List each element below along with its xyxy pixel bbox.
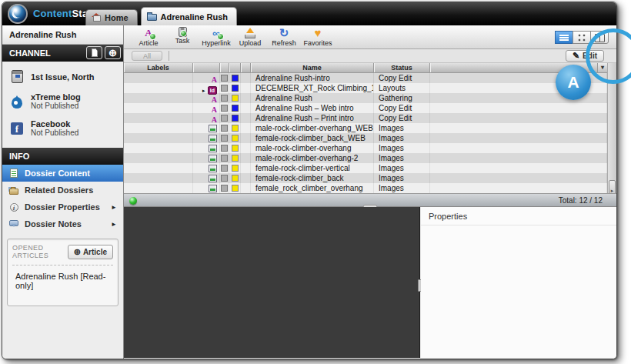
hyperlink-button[interactable]: Hyperlink bbox=[199, 27, 233, 47]
image-icon bbox=[209, 145, 217, 152]
list-view-button[interactable] bbox=[555, 31, 573, 44]
table-row[interactable]: DECEMBER_XT_Rock Climbing_10_11 Layouts bbox=[124, 83, 607, 93]
row-status-color-cell bbox=[229, 73, 241, 83]
sidebar: Adrenaline Rush CHANNEL 1st Issue, North bbox=[2, 25, 124, 359]
toolbar-action-label: Hyperlink bbox=[202, 39, 231, 47]
toolbar-action-label: Task bbox=[175, 37, 190, 45]
table-row[interactable]: female-rock-climber_back_WEB Images bbox=[124, 133, 607, 143]
drupal-icon bbox=[12, 97, 22, 109]
column-header-status-color[interactable] bbox=[229, 63, 241, 72]
row-type-cell bbox=[193, 183, 220, 193]
table-row[interactable]: Adrenaline Rush – Print intro Copy Edit bbox=[124, 113, 607, 123]
sidebar-item-dossier-properties[interactable]: Dossier Properties bbox=[2, 199, 123, 215]
placement-square-icon bbox=[221, 145, 228, 152]
screenshot-root: ContentStation Home Adrenaline Rush bbox=[0, 0, 631, 364]
row-placement-cell bbox=[220, 163, 229, 173]
status-bar: Total: 12 / 12 bbox=[124, 193, 616, 207]
row-name: male-rock-climber-overhang-2 bbox=[251, 153, 374, 163]
status-color-icon bbox=[232, 165, 239, 172]
row-placement-cell bbox=[220, 173, 229, 183]
table-row[interactable]: female_rock_climber_overhang Images bbox=[124, 183, 607, 193]
row-status: Gathering bbox=[374, 93, 430, 103]
placement-square-icon bbox=[221, 165, 228, 172]
placement-square-icon bbox=[221, 95, 228, 102]
row-labels-cell bbox=[124, 113, 193, 123]
info-section-header: INFO bbox=[2, 148, 123, 165]
channel-item[interactable]: Facebook Not Published bbox=[2, 115, 123, 142]
column-header-name[interactable]: Name bbox=[251, 63, 374, 72]
new-article-button[interactable]: Article bbox=[68, 245, 113, 259]
refresh-button[interactable]: Refresh bbox=[267, 27, 301, 47]
table-row[interactable]: male-rock-climber-overhang Images bbox=[124, 143, 607, 153]
row-placement-cell bbox=[220, 133, 229, 143]
add-channel-button[interactable] bbox=[105, 46, 121, 59]
channel-item[interactable]: xTreme blog Not Published bbox=[2, 88, 123, 115]
info-item-label: Dossier Notes bbox=[25, 219, 82, 229]
row-status: Copy Edit bbox=[374, 113, 430, 123]
row-placement-cell bbox=[220, 83, 229, 93]
row-placement-cell bbox=[220, 93, 229, 103]
table-scrollbar[interactable] bbox=[607, 63, 616, 207]
filter-all-button[interactable]: All bbox=[132, 51, 162, 61]
row-name: male-rock-climber-overhang bbox=[251, 143, 374, 153]
row-labels-cell bbox=[124, 153, 193, 163]
favorites-icon bbox=[311, 27, 325, 39]
row-labels-cell bbox=[124, 143, 193, 153]
column-header-type[interactable] bbox=[193, 63, 220, 72]
sidebar-item-dossier-notes[interactable]: Dossier Notes bbox=[2, 215, 123, 232]
channel-section-header: CHANNEL bbox=[2, 45, 123, 62]
bottom-panels: Properties bbox=[124, 207, 616, 359]
placement-square-icon bbox=[221, 125, 228, 132]
new-publication-button[interactable] bbox=[86, 46, 102, 59]
image-icon bbox=[209, 125, 217, 132]
tab-home[interactable]: Home bbox=[85, 9, 138, 25]
tab-adrenaline-rush[interactable]: Adrenaline Rush bbox=[141, 7, 237, 25]
article-button[interactable]: Article bbox=[132, 27, 165, 47]
row-status-color-cell bbox=[229, 133, 241, 143]
sidebar-item-dossier-content[interactable]: Dossier Content bbox=[2, 165, 123, 182]
sidebar-item-related-dossiers[interactable]: Related Dossiers bbox=[2, 182, 123, 199]
dossier-content-icon bbox=[10, 169, 18, 178]
upload-button[interactable]: Upload bbox=[233, 27, 267, 47]
table-row[interactable]: Adrenaline Rush Gathering bbox=[124, 93, 607, 103]
status-color-icon bbox=[232, 135, 239, 142]
properties-panel-title: Properties bbox=[421, 207, 616, 225]
preview-panel bbox=[124, 207, 420, 358]
info-menu: Dossier Content Related Dossiers Dossier… bbox=[2, 165, 123, 232]
placement-square-icon bbox=[221, 155, 228, 162]
status-color-icon bbox=[232, 105, 239, 112]
row-name: Adrenaline Rush-intro bbox=[251, 73, 374, 83]
task-button[interactable]: Task bbox=[165, 27, 199, 47]
table-row[interactable]: male-rock-climber-overhang-2 Images bbox=[124, 153, 607, 163]
channel-item-status: Not Published bbox=[31, 129, 78, 137]
row-name: DECEMBER_XT_Rock Climbing_10_11 bbox=[251, 83, 374, 93]
placement-square-icon bbox=[221, 175, 228, 182]
row-labels-cell bbox=[124, 133, 193, 143]
image-icon bbox=[209, 135, 217, 142]
column-header-status[interactable]: Status bbox=[374, 63, 430, 72]
opened-article-item[interactable]: Adrenaline Rush [Read-only] bbox=[12, 269, 113, 293]
properties-panel: Properties bbox=[421, 207, 616, 358]
column-header-placement[interactable] bbox=[220, 63, 229, 72]
table-row[interactable]: female-rock-climber-vertical Images bbox=[124, 163, 607, 173]
table-row[interactable]: Adrenaline Rush – Web intro Copy Edit bbox=[124, 103, 607, 113]
table-row[interactable]: Adrenaline Rush-intro Copy Edit bbox=[124, 73, 607, 83]
row-type-cell bbox=[193, 153, 220, 163]
status-color-icon bbox=[232, 85, 239, 92]
row-status: Images bbox=[374, 183, 430, 193]
row-name: Adrenaline Rush – Print intro bbox=[251, 113, 374, 123]
column-header-labels[interactable]: Labels bbox=[124, 63, 193, 72]
opened-articles-panel: OPENED ARTICLES Article Adrenaline Rush … bbox=[7, 239, 119, 306]
table-row[interactable]: male-rock-climber-overhang_WEB Images bbox=[124, 123, 607, 133]
thumbnail-view-button[interactable] bbox=[573, 31, 591, 44]
row-name: female-rock-climber_back bbox=[251, 173, 374, 183]
upload-icon bbox=[243, 27, 257, 39]
total-count: Total: 12 / 12 bbox=[559, 196, 603, 205]
placement-square-icon bbox=[221, 75, 228, 82]
row-status: Images bbox=[374, 143, 430, 153]
favorites-button[interactable]: Favorites bbox=[301, 27, 335, 47]
channel-item[interactable]: 1st Issue, North bbox=[2, 65, 123, 88]
table-row[interactable]: female-rock-climber_back Images bbox=[124, 173, 607, 183]
toolbar-actions: Article Task Hyperlink bbox=[132, 27, 335, 47]
status-color-icon bbox=[232, 175, 239, 182]
